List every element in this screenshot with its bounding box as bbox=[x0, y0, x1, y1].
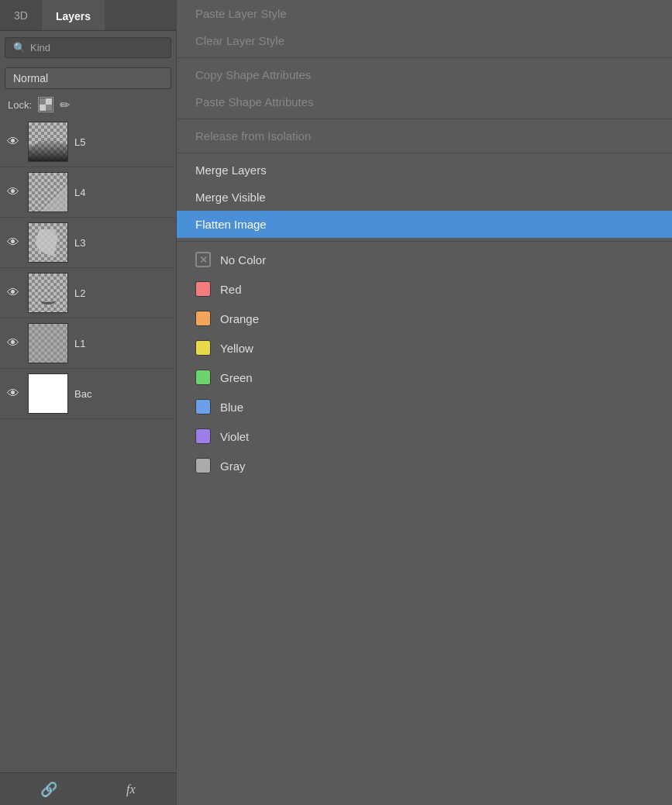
lock-row: Lock: ✏ bbox=[0, 92, 176, 117]
layer-row[interactable]: 👁 Bac bbox=[0, 369, 176, 419]
paint-brush-icon[interactable]: ✏ bbox=[60, 98, 70, 112]
menu-divider bbox=[177, 153, 672, 153]
panel-tabs: 3D Layers bbox=[0, 0, 176, 31]
release-from-isolation-label: Release from Isolation bbox=[195, 129, 311, 143]
violet-color-item[interactable]: Violet bbox=[177, 421, 672, 451]
visibility-icon[interactable]: 👁 bbox=[5, 236, 22, 249]
paste-layer-style-label: Paste Layer Style bbox=[195, 7, 287, 20]
clear-layer-style-label: Clear Layer Style bbox=[195, 34, 284, 47]
no-color-label: No Color bbox=[220, 253, 266, 267]
orange-color-item[interactable]: Orange bbox=[177, 304, 672, 333]
menu-divider bbox=[177, 57, 672, 58]
orange-swatch bbox=[195, 311, 211, 326]
tab-layers[interactable]: Layers bbox=[42, 0, 105, 30]
visibility-icon[interactable]: 👁 bbox=[5, 135, 22, 149]
yellow-label: Yellow bbox=[220, 342, 253, 355]
release-from-isolation-item[interactable]: Release from Isolation bbox=[177, 122, 672, 150]
blue-label: Blue bbox=[220, 401, 243, 414]
no-color-swatch: ✕ bbox=[195, 252, 211, 267]
layers-list: 👁 L5 👁 L4 👁 L3 👁 L2 👁 L1 bbox=[0, 117, 176, 772]
blend-mode-dropdown[interactable]: Normal bbox=[5, 67, 171, 89]
layer-row[interactable]: 👁 L5 bbox=[0, 117, 176, 167]
copy-shape-attributes-label: Copy Shape Attributes bbox=[195, 68, 311, 81]
clear-layer-style-item[interactable]: Clear Layer Style bbox=[177, 27, 672, 54]
visibility-icon[interactable]: 👁 bbox=[5, 387, 22, 401]
merge-visible-item[interactable]: Merge Visible bbox=[177, 184, 672, 211]
green-color-item[interactable]: Green bbox=[177, 363, 672, 392]
paste-shape-attributes-label: Paste Shape Attributes bbox=[195, 95, 314, 108]
layer-thumbnail bbox=[28, 273, 68, 313]
yellow-color-item[interactable]: Yellow bbox=[177, 333, 672, 363]
menu-divider bbox=[177, 119, 672, 119]
layer-row[interactable]: 👁 L3 bbox=[0, 218, 176, 268]
svg-rect-1 bbox=[46, 105, 52, 111]
visibility-icon[interactable]: 👁 bbox=[5, 336, 22, 350]
layer-row[interactable]: 👁 L4 bbox=[0, 167, 176, 218]
red-label: Red bbox=[220, 283, 242, 296]
context-menu: Paste Layer Style Clear Layer Style Copy… bbox=[177, 0, 672, 805]
layer-row[interactable]: 👁 L2 bbox=[0, 268, 176, 318]
layer-name: L2 bbox=[74, 287, 85, 299]
layer-thumbnail bbox=[28, 172, 68, 212]
svg-rect-3 bbox=[46, 98, 52, 105]
green-swatch bbox=[195, 370, 211, 385]
layer-name: Bac bbox=[74, 388, 91, 400]
gray-label: Gray bbox=[220, 459, 246, 473]
merge-visible-label: Merge Visible bbox=[195, 191, 266, 204]
visibility-icon[interactable]: 👁 bbox=[5, 185, 22, 199]
lock-label: Lock: bbox=[8, 99, 32, 111]
no-color-item[interactable]: ✕ No Color bbox=[177, 245, 672, 274]
menu-divider bbox=[177, 241, 672, 242]
layer-name: L4 bbox=[74, 187, 85, 198]
blue-color-item[interactable]: Blue bbox=[177, 392, 672, 421]
visibility-icon[interactable]: 👁 bbox=[5, 286, 22, 300]
flatten-image-item[interactable]: Flatten Image bbox=[177, 211, 672, 238]
orange-label: Orange bbox=[220, 312, 259, 325]
paste-layer-style-item[interactable]: Paste Layer Style bbox=[177, 0, 672, 27]
layer-row[interactable]: 👁 L1 bbox=[0, 318, 176, 369]
search-bar[interactable]: 🔍 Kind bbox=[5, 37, 171, 58]
red-color-item[interactable]: Red bbox=[177, 274, 672, 304]
violet-label: Violet bbox=[220, 430, 249, 443]
gray-color-item[interactable]: Gray bbox=[177, 451, 672, 480]
blue-swatch bbox=[195, 399, 211, 415]
green-label: Green bbox=[220, 371, 253, 384]
svg-rect-0 bbox=[40, 98, 46, 105]
link-icon[interactable]: 🔗 bbox=[40, 781, 57, 798]
layer-thumbnail bbox=[28, 323, 68, 363]
paste-shape-attributes-item[interactable]: Paste Shape Attributes bbox=[177, 88, 672, 115]
fx-icon[interactable]: fx bbox=[126, 783, 136, 796]
layer-name: L3 bbox=[74, 237, 85, 249]
violet-swatch bbox=[195, 428, 211, 444]
svg-rect-2 bbox=[40, 105, 46, 111]
search-icon: 🔍 bbox=[13, 42, 26, 53]
copy-shape-attributes-item[interactable]: Copy Shape Attributes bbox=[177, 61, 672, 88]
layer-thumbnail bbox=[28, 373, 68, 414]
merge-layers-item[interactable]: Merge Layers bbox=[177, 157, 672, 184]
layers-panel: 3D Layers 🔍 Kind Normal Lock: ✏ 👁 L5 bbox=[0, 0, 177, 805]
yellow-swatch bbox=[195, 340, 211, 356]
layer-name: L1 bbox=[74, 338, 85, 349]
layer-thumbnail bbox=[28, 122, 68, 162]
merge-layers-label: Merge Layers bbox=[195, 163, 267, 177]
layer-name: L5 bbox=[74, 136, 85, 148]
tab-3d[interactable]: 3D bbox=[0, 0, 42, 30]
lock-transparency-icon[interactable] bbox=[38, 97, 53, 112]
flatten-image-label: Flatten Image bbox=[195, 218, 267, 231]
search-kind-label: Kind bbox=[30, 42, 50, 53]
gray-swatch bbox=[195, 458, 211, 473]
red-swatch bbox=[195, 281, 211, 297]
panel-bottom-bar: 🔗 fx bbox=[0, 772, 176, 805]
layer-thumbnail bbox=[28, 222, 68, 263]
